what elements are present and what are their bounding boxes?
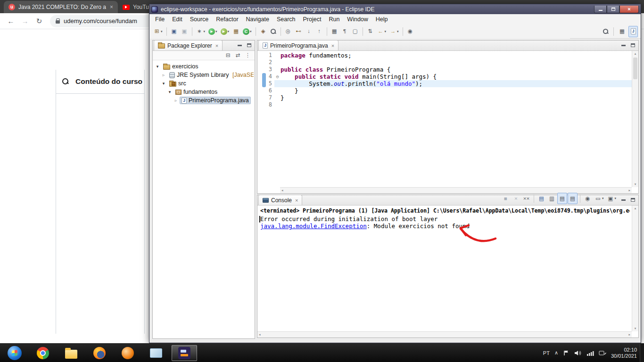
forward-history-button[interactable]: →▾ (388, 26, 400, 37)
tree-item-fundamentos[interactable]: ▾fundamentos (154, 88, 254, 96)
forward-icon[interactable]: → (19, 17, 31, 25)
scroll-left-icon[interactable]: ◂ (259, 333, 261, 337)
collapse-all-button[interactable]: ⊟ (223, 50, 233, 61)
scroll-left-icon[interactable]: ◂ (281, 189, 283, 192)
clock[interactable]: 02:10 30/01/2021 (611, 347, 637, 359)
menu-project[interactable]: Project (299, 15, 325, 24)
file-explorer-taskbar-button[interactable] (58, 345, 84, 361)
open-jar-button[interactable]: ◈ (258, 26, 268, 37)
scroll-lock-button[interactable]: ▥ (547, 193, 557, 204)
maximize-view-button[interactable] (245, 41, 253, 49)
firefox-taskbar-button[interactable] (87, 345, 112, 361)
minimize-view-button[interactable] (619, 41, 627, 49)
expanded-arrow-icon[interactable]: ▾ (155, 64, 160, 69)
collapsed-arrow-icon[interactable]: ▹ (173, 98, 179, 103)
save-button[interactable]: ▣ (169, 26, 179, 37)
tree-item-primeiroprograma-java[interactable]: ▹JPrimeiroPrograma.java (154, 96, 254, 105)
menu-refactor[interactable]: Refactor (212, 15, 242, 24)
network-signal-icon[interactable] (586, 350, 594, 356)
tree-item-src[interactable]: ▾src (154, 79, 254, 88)
open-console-tb-button[interactable]: ▢ (350, 26, 360, 37)
pin-editor-button[interactable]: ◉ (405, 26, 415, 37)
chrome-taskbar-button[interactable] (30, 345, 56, 361)
expanded-arrow-icon[interactable]: ▾ (161, 81, 166, 86)
remove-all-launches-button[interactable]: ×× (521, 193, 531, 204)
tree-item-jre-system-library[interactable]: ▹JRE System Library [JavaSE-15] (154, 71, 254, 79)
display-selected-console-button[interactable]: ▭▾ (593, 193, 605, 204)
console-output[interactable]: Error occurred during initialization of … (260, 215, 630, 230)
menu-search[interactable]: Search (273, 15, 299, 24)
search-flashlight-button[interactable] (269, 26, 278, 37)
editor-vertical-scrollbar[interactable]: ▴ ▾ (632, 51, 638, 187)
view-menu-button[interactable]: ⋮ (243, 50, 253, 61)
minimize-button[interactable] (594, 6, 607, 13)
minimize-view-button[interactable] (236, 41, 243, 49)
scroll-right-icon[interactable]: ▸ (628, 333, 630, 337)
maximize-button[interactable] (607, 6, 619, 13)
close-button[interactable]: × (619, 6, 639, 13)
new-java-project-button[interactable]: ▦ (231, 26, 241, 37)
next-annotation-button[interactable]: ↓ (304, 26, 314, 37)
show-on-stdout-button[interactable]: ▤ (568, 193, 578, 204)
show-whitespace-button[interactable]: ¶ (340, 26, 350, 37)
save-all-button[interactable]: ▣ (180, 26, 190, 37)
menu-navigate[interactable]: Navigate (242, 15, 273, 24)
padlock-icon[interactable] (56, 20, 60, 24)
pin-console-button[interactable]: ◉ (583, 193, 593, 204)
language-indicator[interactable]: PT (543, 350, 550, 356)
remove-launch-button[interactable]: × (511, 193, 521, 204)
start-taskbar-button[interactable] (2, 345, 27, 361)
open-console-button[interactable]: ▣▾ (605, 193, 618, 204)
plug-button[interactable]: ⊷ (294, 26, 304, 37)
tab-close-icon[interactable]: × (110, 4, 113, 10)
address-bar[interactable]: udemy.com/course/fundam (50, 15, 154, 27)
back-history-button[interactable]: ←▾ (376, 26, 388, 37)
run-button[interactable]: ▶▾ (207, 26, 219, 37)
terminate-button[interactable]: ■ (501, 193, 511, 204)
fold-collapse-icon[interactable]: ⊖ (274, 73, 281, 80)
hidden-icons-chevron-icon[interactable]: ∧ (554, 350, 558, 356)
eclipse-taskbar-button[interactable] (172, 345, 197, 361)
package-explorer-tab[interactable]: Package Explorer × (154, 40, 223, 50)
url-text[interactable]: udemy.com/course/fundam (64, 17, 137, 25)
maximize-view-button[interactable] (629, 196, 636, 204)
console-vertical-scrollbar[interactable]: ▴ ▾ (632, 206, 638, 331)
search-icon[interactable] (62, 78, 69, 85)
back-icon[interactable]: ← (5, 17, 17, 25)
show-desktop-button[interactable] (640, 344, 644, 362)
scroll-down-icon[interactable]: ▾ (635, 327, 636, 330)
clear-console-button[interactable]: ▤ (537, 193, 546, 204)
refresh-icon[interactable]: ↻ (33, 17, 45, 25)
word-wrap-button[interactable]: ▤ (557, 193, 567, 204)
scroll-down-icon[interactable]: ▾ (635, 182, 636, 186)
close-view-icon[interactable]: × (215, 43, 218, 49)
stacktrace-link[interactable]: java.lang.module.FindException (260, 222, 367, 230)
new-wizard-button[interactable]: ⊞▾ (152, 26, 164, 37)
browser-ball-taskbar-button[interactable] (115, 345, 140, 361)
new-class-button[interactable]: C▾ (241, 26, 253, 37)
debug-config-button[interactable]: ∗▾ (195, 26, 207, 37)
menu-window[interactable]: Window (343, 15, 372, 24)
link-with-editor-button[interactable]: ⇄ (233, 50, 243, 61)
menu-run[interactable]: Run (325, 15, 343, 24)
sort-button[interactable]: ⇅ (365, 26, 375, 37)
scroll-up-icon[interactable]: ▴ (635, 52, 636, 56)
browser-tab-udemy[interactable]: u Java 2021 COMPLETO: Do Zero a × (4, 1, 118, 13)
coverage-button[interactable]: ▶▾ (219, 26, 231, 37)
open-perspective-button[interactable]: ▦ (617, 26, 627, 37)
window-preview-taskbar-button[interactable] (143, 345, 169, 361)
menu-edit[interactable]: Edit (168, 15, 186, 24)
mark-occurrences-button[interactable]: ◎ (283, 26, 293, 37)
action-center-flag-icon[interactable] (563, 350, 570, 356)
collapsed-arrow-icon[interactable]: ▹ (161, 73, 166, 77)
editor-tab-primeiroprograma[interactable]: J PrimeiroPrograma.java × (258, 40, 339, 50)
previous-annotation-button[interactable]: ↑ (314, 26, 324, 37)
quick-access-search-button[interactable] (601, 26, 610, 37)
tablet-pen-icon[interactable] (599, 350, 606, 356)
console-horizontal-scrollbar[interactable]: ◂ ▸ (257, 331, 632, 337)
maximize-view-button[interactable] (629, 41, 636, 49)
expanded-arrow-icon[interactable]: ▾ (167, 90, 173, 94)
menu-file[interactable]: File (151, 15, 168, 24)
scrollbar-thumb[interactable] (633, 58, 637, 79)
volume-icon[interactable] (574, 350, 582, 356)
